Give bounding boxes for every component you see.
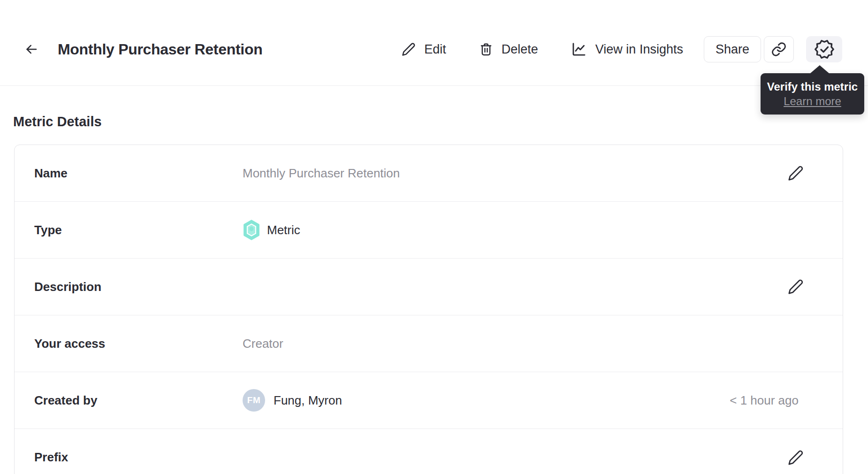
- row-label: Type: [34, 223, 243, 237]
- link-icon: [771, 41, 787, 57]
- view-in-insights-label: View in Insights: [595, 42, 683, 57]
- created-by-name: Fung, Myron: [274, 393, 342, 408]
- share-button-group: Share: [704, 36, 842, 62]
- metric-details-page: Monthly Purchaser Retention Edit: [0, 0, 868, 474]
- share-button-label: Share: [716, 42, 749, 57]
- share-button[interactable]: Share: [704, 36, 761, 62]
- detail-row-created-by: Created by FM Fung, Myron < 1 hour ago: [15, 372, 843, 429]
- verified-badge-icon: [815, 39, 834, 59]
- row-label: Prefix: [34, 450, 243, 465]
- pencil-icon: [788, 450, 804, 466]
- page-title: Monthly Purchaser Retention: [58, 41, 262, 58]
- header-toolbar: Edit Delete: [402, 36, 842, 62]
- tooltip-learn-more-link[interactable]: Learn more: [784, 95, 841, 108]
- tooltip-arrow: [810, 65, 830, 74]
- row-value: FM Fung, Myron < 1 hour ago: [243, 389, 805, 412]
- row-value: Monthly Purchaser Retention: [243, 166, 786, 181]
- arrow-left-icon: [24, 42, 38, 56]
- row-value: Metric: [243, 220, 805, 240]
- detail-row-description: Description: [15, 259, 843, 315]
- type-value-label: Metric: [267, 223, 300, 237]
- created-timestamp: < 1 hour ago: [730, 393, 805, 408]
- verify-metric-button[interactable]: [806, 36, 842, 62]
- row-label: Your access: [34, 336, 243, 351]
- row-value: Creator: [243, 336, 805, 351]
- edit-button-label: Edit: [424, 42, 446, 57]
- row-label: Description: [34, 280, 243, 294]
- edit-prefix-button[interactable]: [786, 448, 805, 467]
- line-chart-icon: [571, 41, 587, 57]
- edit-button[interactable]: Edit: [402, 42, 446, 57]
- pencil-icon: [402, 42, 416, 56]
- edit-name-button[interactable]: [786, 164, 805, 183]
- view-in-insights-button[interactable]: View in Insights: [571, 41, 683, 57]
- verify-tooltip: Verify this metric Learn more: [761, 73, 864, 115]
- delete-button[interactable]: Delete: [479, 42, 538, 57]
- hexagon-metric-icon: [243, 220, 260, 240]
- back-button[interactable]: [23, 41, 40, 58]
- pencil-icon: [788, 279, 804, 295]
- pencil-icon: [788, 165, 804, 181]
- delete-button-label: Delete: [502, 42, 538, 57]
- section-heading: Metric Details: [13, 114, 868, 130]
- tooltip-title: Verify this metric: [767, 80, 858, 93]
- trash-icon: [479, 42, 493, 56]
- row-label: Name: [34, 166, 243, 181]
- copy-link-button[interactable]: [764, 36, 794, 62]
- header-bar: Monthly Purchaser Retention Edit: [0, 0, 868, 86]
- row-label: Created by: [34, 393, 243, 408]
- detail-row-access: Your access Creator: [15, 315, 843, 372]
- avatar: FM: [243, 389, 265, 412]
- metric-details-card: Name Monthly Purchaser Retention Type: [14, 145, 843, 474]
- edit-description-button[interactable]: [786, 277, 805, 296]
- detail-row-type: Type Metric: [15, 202, 843, 259]
- detail-row-prefix: Prefix: [15, 429, 843, 474]
- detail-row-name: Name Monthly Purchaser Retention: [15, 145, 843, 202]
